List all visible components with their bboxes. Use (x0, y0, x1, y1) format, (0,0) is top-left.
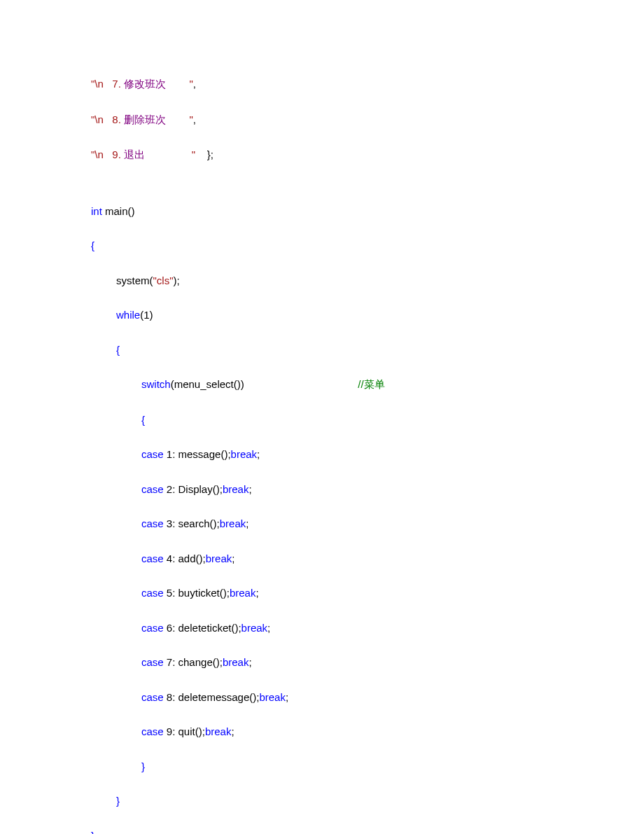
text-token: 8: deletemessage(); (164, 691, 260, 703)
string-token (166, 113, 189, 125)
brace-token: { (91, 239, 94, 251)
code-line: case 7: change();break; (91, 655, 644, 669)
text-token: 6: deleteticket(); (164, 622, 241, 634)
code-line: case 6: deleteticket();break; (91, 621, 644, 635)
text-token: 7: change(); (164, 656, 223, 668)
string-token: "\n (91, 113, 104, 125)
keyword-token: case (141, 656, 164, 668)
string-token (145, 148, 192, 160)
text-token: 3: search(); (164, 517, 220, 529)
code-line: case 8: deletemessage();break; (91, 690, 644, 704)
keyword-token: switch (141, 378, 171, 390)
string-token: 9. (104, 148, 124, 160)
text-token: ; (231, 725, 234, 737)
text-token: main() (102, 205, 135, 217)
string-token: 8. (104, 113, 124, 125)
keyword-token: case (141, 725, 164, 737)
text-token: 2: Display(); (164, 483, 223, 495)
brace-token: { (116, 344, 120, 356)
keyword-token: break (231, 448, 258, 460)
string-label-cjk: 退出 (124, 149, 145, 160)
text-token: ; (248, 483, 251, 495)
keyword-token: case (141, 552, 164, 564)
keyword-token: case (141, 448, 164, 460)
text-token: ; (255, 587, 258, 599)
keyword-token: case (141, 622, 164, 634)
code-line: case 3: search();break; (91, 517, 644, 531)
text-token: 5: buyticket(); (164, 587, 230, 599)
keyword-token: break (259, 691, 286, 703)
keyword-token: break (223, 656, 249, 668)
text-token: ; (267, 622, 270, 634)
keyword-token: break (230, 587, 256, 599)
keyword-token: while (116, 309, 140, 321)
string-token: 7. (104, 78, 124, 90)
gap (244, 378, 358, 390)
code-line: } (91, 794, 644, 808)
string-token: "\n (91, 78, 104, 90)
keyword-token: break (205, 725, 232, 737)
brace-token: } (91, 830, 94, 835)
code-line: switch(menu_select()) //菜单 (91, 377, 644, 392)
keyword-token: case (141, 691, 164, 703)
code-line: "\n 7. 修改班次 ", (91, 77, 644, 92)
text-token: , (193, 113, 196, 125)
text-token: }; (195, 148, 214, 160)
text-token: ; (257, 448, 260, 460)
keyword-token: case (141, 587, 164, 599)
text-token: , (193, 78, 196, 90)
keyword-token: break (223, 483, 249, 495)
text-token: 4: add(); (164, 552, 206, 564)
code-line: } (91, 760, 644, 774)
code-line: { (91, 239, 644, 253)
string-token: "\n (91, 148, 104, 160)
text-token: 9: quit(); (164, 725, 205, 737)
code-line: case 2: Display();break; (91, 482, 644, 496)
brace-token: } (141, 760, 145, 772)
keyword-token: break (220, 517, 246, 529)
text-token: ; (248, 656, 251, 668)
comment-cjk: 菜单 (364, 379, 385, 390)
brace-token: { (141, 414, 145, 426)
keyword-token: case (141, 483, 164, 495)
text-token: ; (246, 517, 248, 529)
keyword-token: int (91, 205, 102, 217)
text-token: (menu_select()) (171, 378, 244, 390)
string-label-cjk: 删除班次 (124, 114, 166, 125)
code-line: int main() (91, 204, 644, 218)
code-line: case 4: add();break; (91, 552, 644, 566)
code-line: system("cls"); (91, 274, 644, 288)
keyword-token: break (241, 622, 268, 634)
code-line: case 1: message();break; (91, 447, 644, 461)
code-line: case 5: buyticket();break; (91, 586, 644, 600)
code-line: "\n 8. 删除班次 ", (91, 113, 644, 127)
code-line: { (91, 343, 644, 357)
code-line: } (91, 829, 644, 835)
text-token: ); (173, 274, 179, 286)
text-token: 1: message(); (164, 448, 231, 460)
code-line: case 9: quit();break; (91, 725, 644, 739)
text-token: ; (232, 552, 234, 564)
code-line: { (91, 413, 644, 427)
code-line: "\n 9. 退出 " }; (91, 148, 644, 162)
keyword-token: case (141, 517, 164, 529)
string-token (166, 78, 189, 90)
brace-token: } (116, 795, 120, 807)
string-label-cjk: 修改班次 (124, 78, 166, 90)
code-line: while(1) (91, 308, 644, 322)
text-token: (1) (140, 309, 153, 321)
string-token: "cls" (153, 274, 174, 286)
comment-token: // (358, 378, 363, 390)
text-token: system( (116, 274, 153, 286)
keyword-token: break (206, 552, 232, 564)
code-page: "\n 7. 修改班次 ", "\n 8. 删除班次 ", "\n 9. 退出 … (0, 0, 644, 834)
text-token: ; (286, 691, 288, 703)
